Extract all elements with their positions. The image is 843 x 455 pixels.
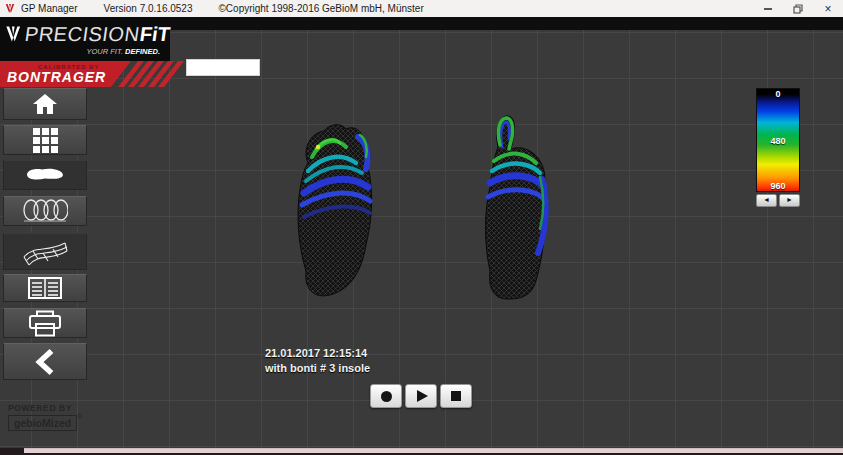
app-copyright: ©Copyright 1998-2016 GeBioM mbH, Münster (218, 3, 423, 14)
peak-pressure-marker (316, 145, 320, 149)
back-chevron-icon (33, 348, 57, 376)
workspace: PRECISIONFiT YOUR FIT. DEFINED. CALIBRAT… (0, 17, 843, 448)
session-caption: with bonti # 3 insole (265, 361, 370, 376)
sidebar-report-button[interactable] (3, 274, 87, 302)
gp-manager-window: GP Manager Version 7.0.16.0523 ©Copyrigh… (0, 0, 843, 455)
rings-icon (22, 199, 68, 223)
sidebar-apps-grid-button[interactable] (3, 125, 87, 155)
taskbar-sliver (24, 448, 843, 453)
sidebar-mesh-3d-button[interactable] (3, 233, 87, 270)
printer-icon (28, 310, 62, 337)
minimize-icon (764, 8, 772, 10)
play-icon (417, 390, 428, 402)
sidebar-print-button[interactable] (3, 308, 87, 338)
gebiomized-label: gebioMized (8, 415, 77, 431)
scale-next-button[interactable]: ► (779, 194, 800, 207)
scale-prev-button[interactable]: ◄ (756, 194, 777, 207)
session-info: 21.01.2017 12:15:14 with bonti # 3 insol… (265, 346, 370, 376)
record-button[interactable] (370, 384, 402, 408)
tagline-bold: DEFINED. (125, 47, 160, 56)
pressure-scale-gradient: 0 480 960 (756, 88, 800, 192)
bontrager-banner: CALIBRATED BY BONTRAGER (0, 61, 195, 87)
bottom-edge-strip (0, 448, 843, 455)
tagline-regular: YOUR FIT. (86, 47, 122, 56)
apps-grid-icon (33, 128, 58, 153)
sidebar-back-button[interactable] (3, 343, 87, 380)
transport-controls (370, 384, 472, 408)
close-button[interactable]: × (813, 0, 843, 17)
close-icon: × (824, 4, 831, 14)
patient-name-field[interactable] (186, 59, 260, 76)
scale-max-label: 960 (757, 181, 799, 191)
left-foot-pressure-mesh[interactable] (278, 121, 382, 303)
sidebar-insole-button[interactable] (3, 160, 87, 190)
mesh-3d-icon (22, 238, 68, 266)
stop-button[interactable] (440, 384, 472, 408)
brand-precision-text: PRECISION (24, 23, 142, 46)
home-icon (32, 93, 58, 115)
app-icon (5, 3, 15, 14)
insole-icon (25, 167, 65, 183)
restore-button[interactable] (783, 0, 813, 17)
restore-icon (793, 4, 803, 14)
play-button[interactable] (405, 384, 437, 408)
precisionfit-logo-block: PRECISIONFiT YOUR FIT. DEFINED. (0, 17, 170, 61)
scale-min-label: 0 (757, 89, 799, 99)
scale-mid-label: 480 (757, 136, 799, 146)
pressure-colorbar: 0 480 960 ◄ ► (756, 88, 800, 207)
minimize-button[interactable] (753, 0, 783, 17)
brand-tagline: YOUR FIT. DEFINED. (0, 47, 170, 56)
app-version: Version 7.0.16.0523 (104, 3, 193, 14)
record-icon (381, 391, 392, 402)
app-title: GP Manager (21, 3, 78, 14)
powered-by-label: POWERED BY (8, 403, 82, 413)
window-titlebar: GP Manager Version 7.0.16.0523 ©Copyrigh… (0, 0, 843, 17)
session-timestamp: 21.01.2017 12:15:14 (265, 346, 370, 361)
sidebar-rings-button[interactable] (3, 196, 87, 226)
precisionfit-logo-icon (5, 22, 21, 46)
report-icon (28, 277, 62, 299)
brand-fit-text: FiT (138, 23, 171, 46)
bontrager-label: BONTRAGER (7, 69, 106, 85)
sidebar-home-button[interactable] (3, 88, 87, 120)
powered-by-block: POWERED BY gebioMized® (8, 403, 82, 431)
stop-icon (451, 391, 461, 401)
right-foot-pressure-mesh[interactable] (464, 113, 552, 301)
registered-mark: ® (77, 413, 82, 420)
